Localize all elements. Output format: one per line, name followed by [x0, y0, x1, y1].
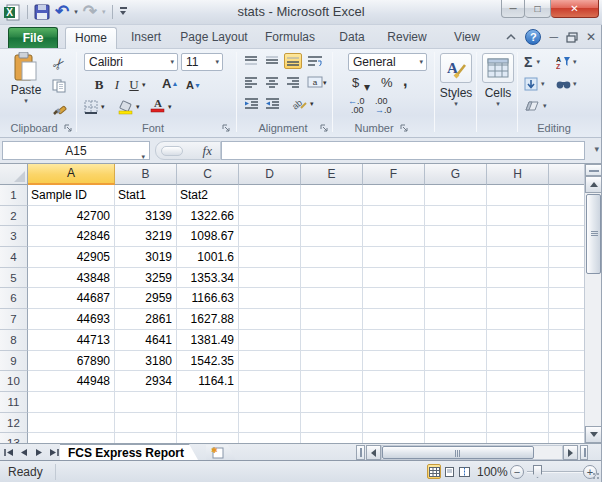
row-header-12[interactable]: 12 — [0, 413, 28, 434]
collapse-ribbon-icon[interactable] — [505, 33, 517, 41]
cells-button[interactable]: Cells ▾ — [479, 53, 517, 123]
workbook-restore-button[interactable] — [566, 32, 578, 43]
cell-I13[interactable] — [549, 433, 584, 443]
undo-button[interactable]: ↶ — [55, 5, 69, 19]
cell-E9[interactable] — [301, 351, 363, 372]
cell-E12[interactable] — [301, 413, 363, 434]
cell-F8[interactable] — [363, 330, 425, 351]
cell-D7[interactable] — [239, 309, 301, 330]
cell-A5[interactable]: 43848 — [28, 268, 115, 289]
cell-C12[interactable] — [177, 413, 239, 434]
cells-dropdown[interactable]: ▾ — [479, 100, 517, 108]
merge-center-button[interactable]: a — [306, 74, 324, 90]
select-all-corner[interactable] — [0, 164, 28, 185]
cell-H10[interactable] — [487, 371, 549, 392]
column-header-partial[interactable] — [549, 164, 584, 185]
cell-G9[interactable] — [425, 351, 487, 372]
align-left-button[interactable] — [242, 74, 260, 90]
paste-button[interactable]: Paste ▾ — [6, 52, 46, 120]
cell-A10[interactable]: 44948 — [28, 371, 115, 392]
cell-H8[interactable] — [487, 330, 549, 351]
column-header-d[interactable]: D — [239, 164, 301, 185]
center-button[interactable] — [263, 74, 281, 90]
cell-E8[interactable] — [301, 330, 363, 351]
cell-I5[interactable] — [549, 268, 584, 289]
column-header-g[interactable]: G — [425, 164, 487, 185]
cell-G2[interactable] — [425, 206, 487, 227]
horizontal-scroll-track[interactable] — [381, 445, 563, 460]
minimize-button[interactable]: ─ — [501, 0, 525, 18]
column-header-f[interactable]: F — [363, 164, 425, 185]
tab-data[interactable]: Data — [329, 27, 375, 48]
cell-B8[interactable]: 4641 — [115, 330, 177, 351]
cell-E10[interactable] — [301, 371, 363, 392]
cell-H3[interactable] — [487, 226, 549, 247]
cell-F6[interactable] — [363, 288, 425, 309]
decrease-indent-button[interactable] — [242, 95, 260, 111]
cell-D13[interactable] — [239, 433, 301, 443]
cell-I8[interactable] — [549, 330, 584, 351]
vertical-scroll-thumb[interactable] — [586, 194, 601, 274]
cell-I7[interactable] — [549, 309, 584, 330]
cell-B10[interactable]: 2934 — [115, 371, 177, 392]
fill-button[interactable]: ▾ — [524, 76, 545, 92]
cell-F12[interactable] — [363, 413, 425, 434]
cell-G11[interactable] — [425, 392, 487, 413]
last-sheet-button[interactable] — [47, 446, 60, 459]
cell-A1[interactable]: Sample ID — [28, 185, 115, 206]
cell-B2[interactable]: 3139 — [115, 206, 177, 227]
alignment-dialog-launcher[interactable] — [320, 124, 330, 134]
cell-C11[interactable] — [177, 392, 239, 413]
vertical-split-handle[interactable] — [585, 164, 602, 176]
styles-button[interactable]: A Styles ▾ — [437, 53, 475, 123]
copy-button[interactable] — [48, 76, 70, 96]
next-sheet-button[interactable] — [32, 446, 45, 459]
close-button[interactable]: ✕ — [551, 0, 599, 18]
tab-page-layout[interactable]: Page Layout — [173, 27, 255, 48]
resize-grip[interactable] — [592, 472, 601, 481]
cell-F5[interactable] — [363, 268, 425, 289]
comma-style-button[interactable]: , — [403, 72, 407, 90]
cell-H5[interactable] — [487, 268, 549, 289]
tab-view[interactable]: View — [444, 27, 490, 48]
cell-H11[interactable] — [487, 392, 549, 413]
cell-H9[interactable] — [487, 351, 549, 372]
tab-home[interactable]: Home — [65, 27, 117, 49]
increase-decimal-button[interactable]: ←.0.00 — [348, 97, 365, 115]
cell-C4[interactable]: 1001.6 — [177, 247, 239, 268]
borders-dropdown[interactable]: ▾ — [101, 98, 105, 116]
scroll-up-button[interactable] — [585, 176, 602, 193]
cell-D9[interactable] — [239, 351, 301, 372]
column-header-e[interactable]: E — [301, 164, 363, 185]
borders-button[interactable] — [84, 98, 98, 116]
increase-indent-button[interactable] — [263, 95, 281, 111]
cell-B4[interactable]: 3019 — [115, 247, 177, 268]
cell-A4[interactable]: 42905 — [28, 247, 115, 268]
format-painter-button[interactable] — [48, 98, 70, 118]
cell-G3[interactable] — [425, 226, 487, 247]
cell-C6[interactable]: 1166.63 — [177, 288, 239, 309]
font-name-combo[interactable]: Calibri▾ — [84, 53, 178, 71]
cell-I2[interactable] — [549, 206, 584, 227]
row-header-9[interactable]: 9 — [0, 351, 28, 372]
percent-style-button[interactable]: % — [381, 75, 393, 90]
fill-color-dropdown[interactable]: ▾ — [136, 98, 140, 116]
styles-dropdown[interactable]: ▾ — [437, 100, 475, 108]
cell-D4[interactable] — [239, 247, 301, 268]
undo-dropdown[interactable]: ▾ — [74, 8, 78, 16]
cell-E11[interactable] — [301, 392, 363, 413]
expand-formula-bar-button[interactable]: ▾ — [594, 144, 599, 154]
cell-I12[interactable] — [549, 413, 584, 434]
scroll-right-button[interactable] — [563, 445, 578, 460]
workbook-minimize-button[interactable]: ─ — [549, 30, 558, 44]
column-header-c[interactable]: C — [177, 164, 239, 185]
cell-E3[interactable] — [301, 226, 363, 247]
clipboard-dialog-launcher[interactable] — [64, 124, 74, 134]
row-header-11[interactable]: 11 — [0, 392, 28, 413]
cell-C8[interactable]: 1381.49 — [177, 330, 239, 351]
cell-E5[interactable] — [301, 268, 363, 289]
fx-icon[interactable]: fx — [203, 143, 212, 159]
accounting-format-button[interactable]: $ — [352, 75, 359, 90]
sort-filter-button[interactable]: A Z ▾ — [556, 54, 577, 70]
cell-C1[interactable]: Stat2 — [177, 185, 239, 206]
